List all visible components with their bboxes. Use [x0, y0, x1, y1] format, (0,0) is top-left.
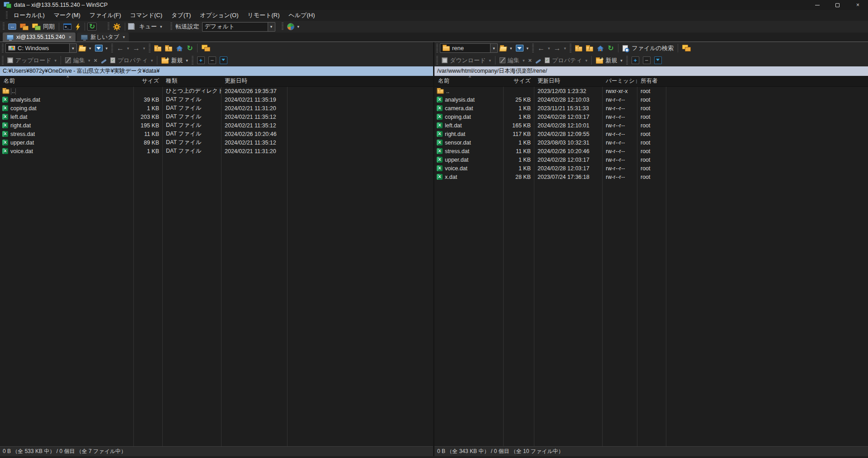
open-console-button[interactable]: >_	[61, 23, 73, 31]
file-row[interactable]: Xanalysis.dat39 KBDAT ファイル2024/02/21 11:…	[0, 95, 433, 104]
column-header[interactable]: サイズ	[133, 77, 162, 85]
explorer-style-button[interactable]: ▾	[285, 22, 302, 31]
local-properties-button[interactable]: プロパティ▾	[108, 56, 155, 65]
remote-parent-directory-button[interactable]	[573, 44, 584, 52]
local-open-directory-button[interactable]: ▾	[77, 44, 93, 52]
sync-browsing-button[interactable]	[18, 23, 30, 31]
local-root-directory-button[interactable]	[163, 44, 174, 52]
file-row[interactable]: Xstress.dat11 KB2024/02/26 10:20:46rw-r-…	[434, 147, 868, 155]
download-button[interactable]: ダウンロード▾	[440, 56, 493, 65]
local-home-directory-button[interactable]	[174, 44, 185, 52]
remote-select-filter-button[interactable]	[652, 56, 664, 65]
file-row[interactable]: Xsensor.dat1 KB2023/08/03 10:32:31rw-r--…	[434, 138, 868, 147]
maximize-button[interactable]	[827, 0, 848, 10]
refresh-button[interactable]: ↻	[87, 23, 97, 31]
chevron-down-icon[interactable]: ▾	[490, 44, 497, 52]
open-session-button[interactable]	[73, 23, 82, 31]
window-border	[0, 456, 868, 458]
local-select-filter-button[interactable]	[218, 56, 229, 65]
remote-new-button[interactable]: 新規▾	[594, 56, 624, 65]
dat-file-icon: X	[2, 131, 8, 137]
upload-button[interactable]: アップロード▾	[5, 56, 58, 65]
menu-command[interactable]: コマンド(C)	[126, 10, 166, 20]
remote-properties-button[interactable]: プロパティ▾	[543, 56, 589, 65]
column-header[interactable]: 更新日時	[221, 77, 287, 85]
file-row[interactable]: Xleft.dat203 KBDAT ファイル2024/02/21 11:35:…	[0, 112, 433, 121]
remote-edit-button[interactable]: 編集▾	[498, 56, 527, 65]
minimize-button[interactable]	[807, 0, 827, 10]
session-tab[interactable]: xi@133.55.115.240 ×	[3, 33, 75, 42]
file-row[interactable]: Xx.dat28 KB2023/07/24 17:36:18rw-r--r--r…	[434, 173, 868, 181]
swap-panels-button[interactable]: ↔	[6, 23, 18, 31]
file-row[interactable]: Xright.dat195 KBDAT ファイル2024/02/21 11:35…	[0, 121, 433, 130]
remote-refresh-button[interactable]: ↻	[606, 44, 615, 52]
local-copy-path-button[interactable]	[200, 44, 212, 52]
file-row[interactable]: Xcamera.dat1 KB2023/11/21 15:31:33rw-r--…	[434, 104, 868, 112]
dat-file-icon: X	[437, 140, 443, 145]
file-row[interactable]: Xcoping.dat1 KB2024/02/28 12:03:17rw-r--…	[434, 112, 868, 121]
column-header[interactable]: 種類	[162, 77, 221, 85]
local-delete-button[interactable]: ×	[92, 56, 99, 65]
column-header[interactable]: パーミッション	[602, 77, 637, 85]
file-row[interactable]: Xleft.dat165 KB2024/02/28 12:10:01rw-r--…	[434, 121, 868, 130]
remote-delete-button[interactable]: ×	[527, 56, 534, 65]
remote-open-directory-button[interactable]: ▾	[498, 44, 514, 52]
file-modified: 2024/02/21 11:35:12	[221, 122, 287, 129]
remote-copy-path-button[interactable]	[680, 44, 693, 52]
column-header[interactable]: 更新日時	[534, 77, 602, 85]
file-row[interactable]: ..ひとつ上のディレクトリ2024/02/26 19:35:37	[0, 87, 433, 95]
filter-icon	[516, 45, 524, 51]
local-rename-button[interactable]	[99, 58, 108, 63]
local-forward-button[interactable]: →▾	[131, 44, 147, 52]
remote-unselect-button[interactable]: −	[641, 56, 652, 65]
file-row[interactable]: Xcoping.dat1 KBDAT ファイル2024/02/21 11:31:…	[0, 104, 433, 112]
file-row[interactable]: Xvoice.dat1 KB2024/02/28 12:03:17rw-r--r…	[434, 164, 868, 173]
transfer-preset-combobox[interactable]: デフォルト ▾	[202, 22, 275, 32]
remote-rename-button[interactable]	[533, 58, 543, 63]
remote-filter-button[interactable]: ▾	[514, 44, 531, 52]
tab-close-icon[interactable]: ×	[69, 34, 71, 40]
file-row[interactable]: Xupper.dat1 KB2024/02/28 12:03:17rw-r--r…	[434, 155, 868, 164]
menu-local[interactable]: ローカル(L)	[9, 10, 49, 20]
queue-button[interactable]: キュー▾	[127, 22, 164, 32]
local-filter-button[interactable]: ▾	[93, 44, 110, 52]
file-row[interactable]: Xupper.dat89 KBDAT ファイル2024/02/21 11:35:…	[0, 138, 433, 147]
remote-home-directory-button[interactable]	[595, 44, 606, 52]
menu-help[interactable]: ヘルプ(H)	[285, 10, 319, 20]
synchronize-button[interactable]: 同期	[30, 22, 57, 32]
local-new-button[interactable]: 新規▾	[160, 56, 190, 65]
file-row[interactable]: Xanalysis.dat25 KB2024/02/28 12:10:03rw-…	[434, 95, 868, 104]
menu-file[interactable]: ファイル(F)	[85, 10, 125, 20]
file-row[interactable]: Xvoice.dat1 KBDAT ファイル2024/02/21 11:31:2…	[0, 147, 433, 155]
column-header[interactable]: サイズ	[503, 77, 534, 85]
chevron-down-icon[interactable]: ▾	[69, 44, 76, 52]
column-header[interactable]: 所有者	[637, 77, 666, 85]
chevron-down-icon[interactable]: ▾	[268, 23, 275, 31]
local-drive-combobox[interactable]: C: Windows ▾	[5, 43, 77, 53]
local-back-button[interactable]: ←▾	[115, 44, 131, 52]
preferences-button[interactable]	[111, 22, 123, 32]
local-edit-button[interactable]: 編集▾	[63, 56, 92, 65]
local-unselect-button[interactable]: −	[207, 56, 218, 65]
file-row[interactable]: Xright.dat117 KB2024/02/28 12:09:55rw-r-…	[434, 130, 868, 138]
remote-back-button[interactable]: ←▾	[536, 44, 552, 52]
menu-mark[interactable]: マーク(M)	[50, 10, 85, 20]
file-size: 1 KB	[503, 105, 534, 112]
local-parent-directory-button[interactable]	[152, 44, 163, 52]
local-select-button[interactable]: +	[195, 56, 207, 65]
file-row[interactable]: Xstress.dat11 KBDAT ファイル2024/02/26 10:20…	[0, 130, 433, 138]
remote-directory-combobox[interactable]: rene ▾	[440, 43, 498, 53]
find-files-button[interactable]: ファイルの検索	[621, 43, 676, 53]
local-refresh-button[interactable]: ↻	[185, 44, 194, 52]
remote-path-bar[interactable]: /var/www/html/company/日本海倶楽部/rene/	[434, 66, 868, 76]
remote-root-directory-button[interactable]	[584, 44, 595, 52]
remote-forward-button[interactable]: →▾	[552, 44, 568, 52]
close-button[interactable]: ×	[848, 0, 868, 10]
file-row[interactable]: ..2023/12/03 1:23:32rwxr-xr-xroot	[434, 87, 868, 95]
menu-remote[interactable]: リモート(R)	[244, 10, 284, 20]
local-path-bar[interactable]: C:¥Users¥8072y¥OneDrive - 富山県立大学¥実験データ¥d…	[0, 66, 433, 76]
menu-options[interactable]: オプション(O)	[196, 10, 242, 20]
new-tab-button[interactable]: 新しいタブ ▾	[77, 33, 129, 42]
remote-select-button[interactable]: +	[630, 56, 641, 65]
menu-tab[interactable]: タブ(T)	[167, 10, 195, 20]
